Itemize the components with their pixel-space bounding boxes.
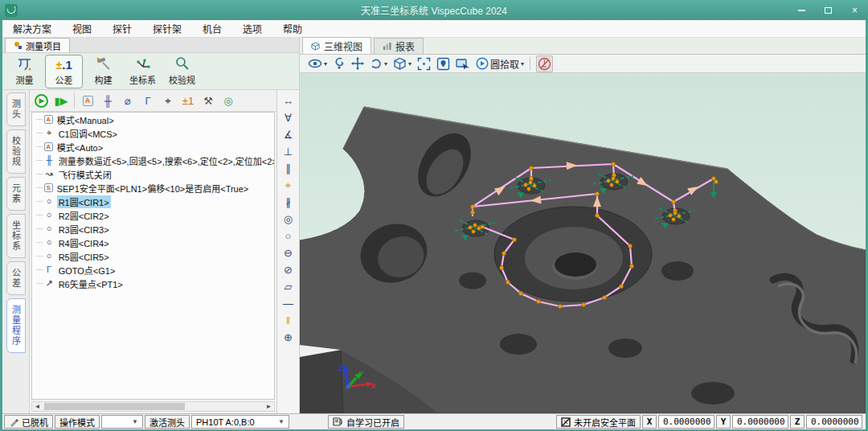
tree-item-mode-manual[interactable]: A 模式<Manual> [32, 113, 274, 126]
distance-tolerance-button[interactable]: ↔ [280, 93, 297, 109]
menu-bar: 解决方案视图探针探针架机台选项帮助 [2, 20, 866, 38]
magnifier-icon [174, 56, 190, 72]
pen-icon [9, 417, 18, 427]
tree-item-vector-point[interactable]: ↗ R6矢量点<PT1> [32, 277, 274, 290]
locate-button[interactable] [436, 57, 450, 71]
ribbon-toolbar: 测量 ±.1 公差 构建 坐标系 [2, 53, 299, 90]
rotate-view-button[interactable]: ▾ [370, 57, 387, 70]
tolerance-ribbon-button[interactable]: ±.1 公差 [45, 55, 83, 88]
angle-tolerance-button[interactable]: ∡ [280, 127, 297, 142]
coordsys-ribbon-button[interactable]: 坐标系 [124, 55, 162, 88]
angularity-button[interactable]: ∦ [280, 195, 297, 210]
toolbar-icon: ⌀ [125, 96, 131, 106]
zoom-fit-button[interactable] [417, 57, 431, 71]
mode-button[interactable]: A [78, 92, 97, 110]
toolbar-icon: Γ [145, 96, 150, 106]
menu-machine[interactable]: 机台 [192, 20, 232, 37]
run-step-button[interactable]: ▮▶ [51, 92, 71, 110]
menu-solution[interactable]: 解决方案 [2, 20, 62, 37]
flatness-button[interactable]: ▱ [280, 279, 297, 294]
maximize-button[interactable] [815, 0, 841, 20]
circle-pick-button[interactable]: 圆拾取 ▾ [476, 57, 524, 71]
parallelism-button[interactable]: ∥ [280, 161, 297, 176]
symmetry-button[interactable]: ⊖ [280, 245, 297, 261]
tree-item-label: GOTO点<G1> [57, 264, 117, 277]
side-tab-elements[interactable]: 元素 [6, 177, 26, 211]
minimize-button[interactable] [788, 0, 815, 20]
straightness-button[interactable]: ― [280, 296, 297, 311]
program-tree: A 模式<Manual> ⌖ C1回调<MCS> A 模式<Auto> ╫ 测量… [31, 112, 275, 400]
measure-params-button[interactable]: ╫ [98, 92, 117, 110]
viewport-3d-scene[interactable]: X Y Z [300, 73, 866, 413]
fit-screen-icon [417, 57, 431, 71]
angle-between-button[interactable]: ∀ [280, 110, 297, 125]
tree-item-icon: ↝ [44, 170, 55, 179]
probe-disabled-button[interactable] [536, 55, 553, 72]
tree-item-circle-5[interactable]: ○ R5圆<CIR5> [32, 249, 274, 263]
tab-measurement-project[interactable]: 测量项目 [5, 38, 70, 52]
op-mode-select[interactable]: ▼ [101, 415, 143, 429]
coordsys-item-button[interactable]: ⌖ [158, 92, 178, 110]
measure-ribbon-button[interactable]: 测量 [6, 55, 43, 88]
side-tab-tolerance[interactable]: 公差 [6, 261, 26, 295]
chevron-down-icon: ▾ [324, 60, 327, 68]
side-tab-coordsys[interactable]: 坐标系 [6, 214, 26, 258]
hammer-icon [96, 56, 112, 72]
tree-item-measure-params[interactable]: ╫ 测量参数逼近<5>,回退<5>,搜索<6>,定位<2>,定位加<2>,测量 [32, 154, 274, 167]
visibility-button[interactable]: ▾ [308, 57, 327, 70]
tree-item-recall-mcs[interactable]: ⌖ C1回调<MCS> [32, 126, 274, 140]
probe-disabled-icon [538, 57, 551, 71]
viewport-3d[interactable]: X Y Z [300, 73, 866, 413]
tree-item-circle-3[interactable]: ○ R3圆<CIR3> [32, 222, 274, 236]
construct-ribbon-button[interactable]: 构建 [84, 55, 122, 88]
goto-item-button[interactable]: Γ [138, 92, 158, 110]
tree-horizontal-scrollbar[interactable]: ◄ ► [31, 401, 275, 412]
scrollbar-thumb[interactable] [44, 403, 185, 410]
construct-item-button[interactable]: ⚒ [199, 92, 218, 110]
panel-tab-row: 测量项目 [2, 38, 299, 53]
tree-item-circle-1[interactable]: ○ R1圆<CIR1> [32, 195, 274, 208]
menu-probe-rack[interactable]: 探针架 [142, 20, 192, 37]
tree-item-mode-auto[interactable]: A 模式<Auto> [32, 140, 274, 154]
chevron-down-icon: ▾ [408, 60, 411, 68]
toolbar-divider[interactable] [72, 92, 77, 109]
tree-item-safety-plane[interactable]: S SEP1安全平面<PLN1>偏移<10>是否启用<True> [32, 181, 274, 195]
tree-item-circle-4[interactable]: ○ R4圆<CIR4> [32, 236, 274, 249]
close-button[interactable]: × [841, 0, 868, 20]
side-tab-program[interactable]: 测量程序 [6, 298, 26, 353]
menu-probe[interactable]: 探针 [102, 20, 142, 37]
gauge-ribbon-button[interactable]: 校验规 [163, 55, 201, 88]
concentricity-button[interactable]: ◎ [280, 211, 297, 227]
view-cube-button[interactable]: ▾ [393, 57, 411, 71]
measure-item-button[interactable]: ⌀ [118, 92, 137, 110]
probe-position-button[interactable]: ◎ [219, 92, 238, 110]
runout-button[interactable]: ⊘ [280, 262, 297, 277]
display-mode-button[interactable] [456, 57, 470, 70]
active-probe-select[interactable]: PH10T A:0,B:0 ▼ [191, 415, 289, 429]
connection-status: 已脱机 [4, 415, 53, 429]
eye-icon [308, 57, 322, 70]
perpendicularity-button[interactable]: ⊥ [280, 144, 297, 159]
line-profile-button[interactable]: ‖ [280, 313, 297, 328]
total-runout-button[interactable]: ⊕ [280, 330, 297, 345]
tolerance-item-button[interactable]: ±1 [178, 92, 198, 110]
tab-report[interactable]: 报表 [374, 38, 424, 54]
position-tolerance-button[interactable]: ⌖ [280, 178, 297, 193]
orbit-button[interactable] [333, 57, 346, 70]
menu-options[interactable]: 选项 [232, 20, 272, 37]
scroll-left-icon[interactable]: ◄ [32, 403, 43, 410]
tab-3d-view[interactable]: 三维视图 [302, 37, 371, 54]
tree-item-goto-point[interactable]: Γ GOTO点<G1> [32, 263, 274, 277]
tree-toolbar: ▶ ▮▶ A ╫ ⌀ Γ ⌖ ±1 ⚒ ◎ [30, 90, 276, 112]
tree-item-label: R4圆<CIR4> [57, 236, 111, 249]
side-tab-gauge[interactable]: 校验规 [6, 129, 26, 174]
menu-help[interactable]: 帮助 [272, 20, 313, 37]
roundness-button[interactable]: ○ [280, 228, 297, 244]
menu-view[interactable]: 视图 [62, 20, 102, 37]
run-program-button[interactable]: ▶ [31, 92, 51, 110]
tree-item-flight-mode[interactable]: ↝ 飞行模式关闭 [32, 167, 274, 181]
tree-item-circle-2[interactable]: ○ R2圆<CIR2> [32, 208, 274, 222]
side-tab-probe[interactable]: 测头 [6, 92, 26, 126]
pan-button[interactable] [351, 57, 364, 70]
scroll-right-icon[interactable]: ► [264, 403, 274, 410]
